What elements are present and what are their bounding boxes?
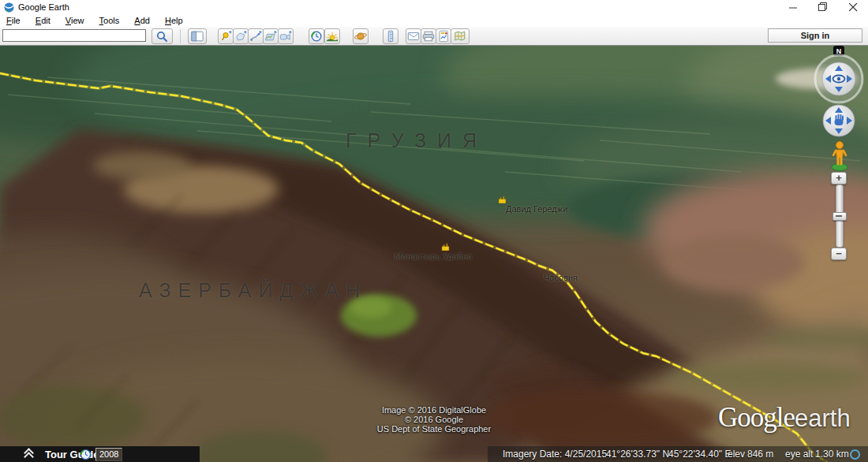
streaming-progress-icon xyxy=(850,449,860,460)
menu-edit[interactable]: Edit xyxy=(29,14,57,25)
menu-help[interactable]: Help xyxy=(159,14,189,25)
save-image-icon xyxy=(436,30,451,43)
logo-google-text: Google xyxy=(718,402,795,433)
save-image-button[interactable] xyxy=(436,28,451,44)
zoom-control: + − xyxy=(831,172,848,260)
record-tour-button[interactable] xyxy=(278,28,294,44)
ruler-button[interactable] xyxy=(383,28,398,44)
planets-button[interactable] xyxy=(353,28,369,44)
copyright-line: © 2016 Google xyxy=(339,415,529,424)
history-clock-icon xyxy=(309,30,324,43)
poi-label-david-gareja[interactable]: Давид Гереджи xyxy=(506,204,567,214)
historical-imagery-indicator[interactable]: 2008 xyxy=(80,448,122,460)
eye-altitude-label: eye alt xyxy=(785,449,813,460)
longitude-readout: 45°22'34.40" E xyxy=(668,449,731,460)
google-earth-window: Google Earth File Edit View Tools Add He… xyxy=(0,0,868,462)
sidebar-toggle-button[interactable] xyxy=(188,28,207,44)
view-in-google-maps-button[interactable] xyxy=(451,28,470,44)
menu-add[interactable]: Add xyxy=(128,14,156,25)
add-polygon-button[interactable] xyxy=(233,28,249,44)
print-button[interactable] xyxy=(421,28,436,44)
country-label-georgia: ГРУЗИЯ xyxy=(346,129,488,152)
status-bar: Imagery Date: 4/25/2015 41°26'33.73" N 4… xyxy=(488,446,868,462)
toolbar-separator xyxy=(180,29,181,43)
sunlight-button[interactable] xyxy=(324,28,340,44)
minimize-button[interactable] xyxy=(780,0,806,14)
printer-icon xyxy=(421,30,436,43)
poi-label-udabno-monastery[interactable]: Монастырь Удабно xyxy=(395,251,472,261)
search-input[interactable] xyxy=(2,29,146,42)
zoom-out-button[interactable]: − xyxy=(831,248,847,260)
history-clock-icon xyxy=(80,449,92,460)
menu-bar: File Edit View Tools Add Help xyxy=(0,14,868,27)
imagery-year-badge: 2008 xyxy=(95,448,122,461)
email-button[interactable] xyxy=(406,28,421,44)
polygon-icon xyxy=(234,30,248,43)
zoom-slider-track[interactable] xyxy=(836,184,844,248)
copyright-line: Image © 2016 DigitalGlobe xyxy=(339,405,529,415)
zoom-in-button[interactable]: + xyxy=(831,172,847,184)
elevation-label: elev xyxy=(728,449,745,460)
elevation-value: 846 m xyxy=(747,449,773,460)
path-icon xyxy=(249,30,263,43)
search-button[interactable] xyxy=(152,28,173,44)
logo-earth-text: earth xyxy=(795,404,851,432)
email-icon xyxy=(406,30,421,43)
zoom-slider-handle[interactable] xyxy=(832,212,847,221)
pegman-figure-icon xyxy=(833,142,846,165)
copyright-line: US Dept of State Geographer xyxy=(339,424,529,434)
copyright-block: Image © 2016 DigitalGlobe © 2016 Google … xyxy=(339,405,529,434)
window-title: Google Earth xyxy=(18,2,69,12)
latitude-readout: 41°26'33.73" N xyxy=(606,449,669,460)
ruler-icon xyxy=(383,30,398,43)
add-image-overlay-button[interactable] xyxy=(263,28,279,44)
toolbar: Sign in xyxy=(0,27,868,46)
add-path-button[interactable] xyxy=(248,28,264,44)
sign-in-button[interactable]: Sign in xyxy=(768,28,862,43)
search-icon xyxy=(155,30,170,43)
image-overlay-icon xyxy=(264,30,278,43)
sun-icon xyxy=(325,30,339,43)
eye-altitude-value: 1.30 km xyxy=(815,449,849,460)
pegman[interactable] xyxy=(829,139,850,175)
title-bar: Google Earth xyxy=(0,0,868,14)
add-placemark-button[interactable] xyxy=(218,28,234,44)
move-joystick[interactable] xyxy=(821,102,857,142)
restore-button[interactable] xyxy=(810,0,836,14)
google-earth-watermark: Googleearth xyxy=(718,402,851,434)
google-maps-icon xyxy=(453,30,467,43)
menu-view[interactable]: View xyxy=(59,14,91,25)
poi-label-chapel[interactable]: Часовня xyxy=(544,273,578,282)
imagery-date: Imagery Date: 4/25/2015 xyxy=(503,449,607,460)
map-viewport: ГРУЗИЯ АЗЕРБАЙДЖАН Давид Гереджи Монасты… xyxy=(0,46,868,462)
close-button[interactable] xyxy=(840,0,866,14)
country-label-azerbaijan: АЗЕРБАЙДЖАН xyxy=(139,279,367,302)
placemark-icon xyxy=(219,30,233,43)
sidebar-icon xyxy=(190,30,204,43)
historical-imagery-button[interactable] xyxy=(309,28,324,44)
saturn-icon xyxy=(354,30,368,43)
menu-tools[interactable]: Tools xyxy=(93,14,126,25)
video-camera-icon xyxy=(279,30,293,43)
menu-file[interactable]: File xyxy=(0,14,27,25)
